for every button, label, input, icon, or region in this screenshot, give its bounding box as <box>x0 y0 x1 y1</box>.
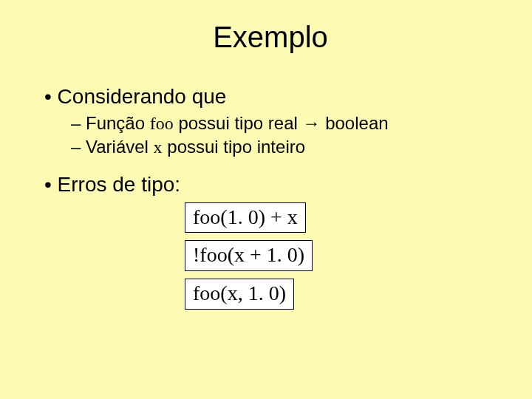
code-box-3: foo(x, 1. 0) <box>185 279 294 310</box>
sub-funcao: Função foo possui tipo real → boolean <box>71 112 497 135</box>
bullet-list: Considerando que Função foo possui tipo … <box>44 85 497 197</box>
slide-title: Exemplo <box>44 21 497 54</box>
sub-variavel: Variável x possui tipo inteiro <box>71 135 497 159</box>
sub-list-1: Função foo possui tipo real → boolean Va… <box>44 112 497 160</box>
sub-variavel-suffix: possui tipo inteiro <box>163 137 305 157</box>
bullet-erros: Erros de tipo: <box>44 173 497 197</box>
sub-variavel-code: x <box>154 137 163 157</box>
sub-funcao-prefix: Função <box>86 113 150 133</box>
code-box-2: !foo(x + 1. 0) <box>185 240 313 271</box>
sub-variavel-prefix: Variável <box>86 137 154 157</box>
code-box-1: foo(1. 0) + x <box>185 202 306 233</box>
arrow-icon: → <box>303 113 321 133</box>
bullet-considerando: Considerando que Função foo possui tipo … <box>44 85 497 160</box>
sub-funcao-code: foo <box>150 114 174 133</box>
sub-funcao-suffix: boolean <box>321 113 389 133</box>
bullet-erros-label: Erros de tipo: <box>58 173 181 196</box>
bullet-considerando-label: Considerando que <box>58 85 227 108</box>
sub-funcao-mid: possui tipo real <box>174 113 303 133</box>
code-boxes: foo(1. 0) + x !foo(x + 1. 0) foo(x, 1. 0… <box>185 202 497 317</box>
